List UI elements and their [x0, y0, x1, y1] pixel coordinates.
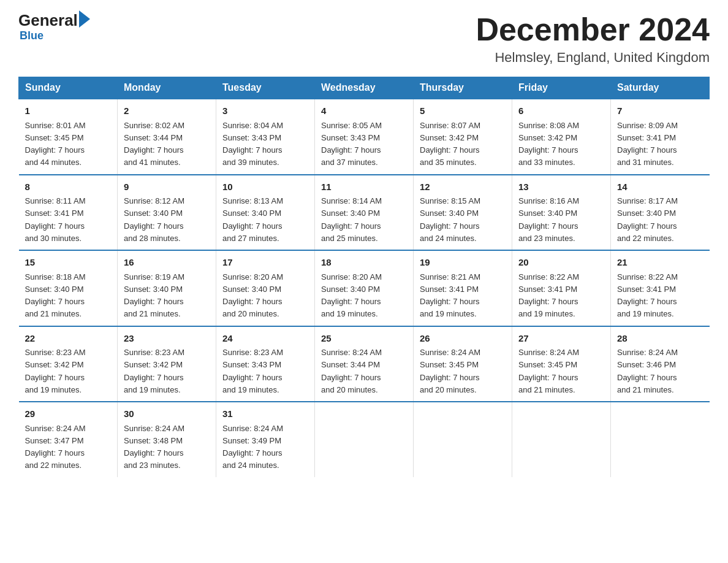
calendar-cell: 31 Sunrise: 8:24 AMSunset: 3:49 PMDaylig…	[216, 402, 315, 477]
day-number: 18	[321, 256, 407, 270]
day-number: 9	[124, 180, 210, 194]
logo-blue: Blue	[20, 29, 44, 42]
day-info: Sunrise: 8:24 AMSunset: 3:44 PMDaylight:…	[321, 348, 382, 394]
calendar-cell: 19 Sunrise: 8:21 AMSunset: 3:41 PMDaylig…	[414, 250, 512, 326]
column-header-thursday: Thursday	[414, 77, 512, 99]
day-number: 13	[518, 180, 604, 194]
day-info: Sunrise: 8:19 AMSunset: 3:40 PMDaylight:…	[124, 272, 184, 319]
logo-text: General	[18, 12, 90, 28]
day-number: 15	[25, 256, 112, 270]
calendar-cell: 28 Sunrise: 8:24 AMSunset: 3:46 PMDaylig…	[611, 326, 710, 402]
day-info: Sunrise: 8:17 AMSunset: 3:40 PMDaylight:…	[617, 196, 678, 243]
day-info: Sunrise: 8:12 AMSunset: 3:40 PMDaylight:…	[124, 196, 184, 243]
day-number: 30	[124, 407, 210, 421]
day-number: 28	[617, 332, 703, 346]
calendar-cell: 4 Sunrise: 8:05 AMSunset: 3:43 PMDayligh…	[315, 99, 414, 175]
calendar-cell: 10 Sunrise: 8:13 AMSunset: 3:40 PMDaylig…	[216, 175, 315, 251]
logo-general: General	[18, 12, 78, 28]
calendar-cell	[512, 402, 611, 477]
day-info: Sunrise: 8:01 AMSunset: 3:45 PMDaylight:…	[25, 121, 86, 167]
calendar-cell	[315, 402, 414, 477]
column-header-monday: Monday	[118, 77, 216, 99]
day-number: 4	[321, 104, 407, 118]
day-info: Sunrise: 8:23 AMSunset: 3:42 PMDaylight:…	[25, 348, 86, 394]
calendar-cell	[611, 402, 710, 477]
calendar-cell: 5 Sunrise: 8:07 AMSunset: 3:42 PMDayligh…	[414, 99, 512, 175]
calendar-cell: 17 Sunrise: 8:20 AMSunset: 3:40 PMDaylig…	[216, 250, 315, 326]
calendar-cell: 24 Sunrise: 8:23 AMSunset: 3:43 PMDaylig…	[216, 326, 315, 402]
page-subtitle: Helmsley, England, United Kingdom	[476, 50, 710, 66]
calendar-week-row: 15 Sunrise: 8:18 AMSunset: 3:40 PMDaylig…	[19, 250, 710, 326]
calendar-week-row: 22 Sunrise: 8:23 AMSunset: 3:42 PMDaylig…	[19, 326, 710, 402]
column-header-wednesday: Wednesday	[315, 77, 414, 99]
day-number: 7	[617, 104, 703, 118]
day-number: 14	[617, 180, 703, 194]
page-title: December 2024	[476, 12, 710, 47]
day-number: 26	[420, 332, 506, 346]
calendar-cell: 20 Sunrise: 8:22 AMSunset: 3:41 PMDaylig…	[512, 250, 611, 326]
day-info: Sunrise: 8:02 AMSunset: 3:44 PMDaylight:…	[124, 121, 184, 167]
calendar-week-row: 1 Sunrise: 8:01 AMSunset: 3:45 PMDayligh…	[19, 99, 710, 175]
calendar-cell: 11 Sunrise: 8:14 AMSunset: 3:40 PMDaylig…	[315, 175, 414, 251]
day-number: 6	[518, 104, 604, 118]
day-info: Sunrise: 8:13 AMSunset: 3:40 PMDaylight:…	[222, 196, 283, 243]
day-number: 21	[617, 256, 703, 270]
page-header: General Blue December 2024 Helmsley, Eng…	[18, 12, 710, 66]
day-number: 16	[124, 256, 210, 270]
day-info: Sunrise: 8:24 AMSunset: 3:49 PMDaylight:…	[222, 424, 283, 470]
day-info: Sunrise: 8:16 AMSunset: 3:40 PMDaylight:…	[518, 196, 579, 243]
day-info: Sunrise: 8:23 AMSunset: 3:43 PMDaylight:…	[222, 348, 283, 394]
day-info: Sunrise: 8:09 AMSunset: 3:41 PMDaylight:…	[617, 121, 678, 167]
day-number: 3	[222, 104, 308, 118]
calendar-cell: 6 Sunrise: 8:08 AMSunset: 3:42 PMDayligh…	[512, 99, 611, 175]
calendar-cell: 2 Sunrise: 8:02 AMSunset: 3:44 PMDayligh…	[118, 99, 216, 175]
calendar-cell: 8 Sunrise: 8:11 AMSunset: 3:41 PMDayligh…	[19, 175, 118, 251]
calendar-cell: 12 Sunrise: 8:15 AMSunset: 3:40 PMDaylig…	[414, 175, 512, 251]
day-info: Sunrise: 8:18 AMSunset: 3:40 PMDaylight:…	[25, 272, 86, 319]
calendar-cell: 30 Sunrise: 8:24 AMSunset: 3:48 PMDaylig…	[118, 402, 216, 477]
day-info: Sunrise: 8:15 AMSunset: 3:40 PMDaylight:…	[420, 196, 480, 243]
calendar-week-row: 29 Sunrise: 8:24 AMSunset: 3:47 PMDaylig…	[19, 402, 710, 477]
calendar-cell: 18 Sunrise: 8:20 AMSunset: 3:40 PMDaylig…	[315, 250, 414, 326]
day-number: 29	[25, 407, 112, 421]
day-info: Sunrise: 8:24 AMSunset: 3:48 PMDaylight:…	[124, 424, 184, 470]
day-info: Sunrise: 8:22 AMSunset: 3:41 PMDaylight:…	[518, 272, 579, 319]
day-number: 23	[124, 332, 210, 346]
day-info: Sunrise: 8:20 AMSunset: 3:40 PMDaylight:…	[321, 272, 382, 319]
day-number: 1	[25, 104, 112, 118]
calendar-cell: 14 Sunrise: 8:17 AMSunset: 3:40 PMDaylig…	[611, 175, 710, 251]
column-header-sunday: Sunday	[19, 77, 118, 99]
day-number: 2	[124, 104, 210, 118]
day-number: 22	[25, 332, 112, 346]
title-area: December 2024 Helmsley, England, United …	[476, 12, 710, 66]
logo-arrow-icon	[79, 10, 90, 28]
day-number: 11	[321, 180, 407, 194]
day-number: 5	[420, 104, 506, 118]
calendar-cell: 22 Sunrise: 8:23 AMSunset: 3:42 PMDaylig…	[19, 326, 118, 402]
day-info: Sunrise: 8:04 AMSunset: 3:43 PMDaylight:…	[222, 121, 283, 167]
day-info: Sunrise: 8:22 AMSunset: 3:41 PMDaylight:…	[617, 272, 678, 319]
calendar-cell: 13 Sunrise: 8:16 AMSunset: 3:40 PMDaylig…	[512, 175, 611, 251]
logo: General Blue	[18, 12, 90, 42]
calendar-cell: 27 Sunrise: 8:24 AMSunset: 3:45 PMDaylig…	[512, 326, 611, 402]
calendar-week-row: 8 Sunrise: 8:11 AMSunset: 3:41 PMDayligh…	[19, 175, 710, 251]
calendar-cell: 15 Sunrise: 8:18 AMSunset: 3:40 PMDaylig…	[19, 250, 118, 326]
day-info: Sunrise: 8:23 AMSunset: 3:42 PMDaylight:…	[124, 348, 184, 394]
column-header-friday: Friday	[512, 77, 611, 99]
day-info: Sunrise: 8:05 AMSunset: 3:43 PMDaylight:…	[321, 121, 382, 167]
day-info: Sunrise: 8:24 AMSunset: 3:47 PMDaylight:…	[25, 424, 86, 470]
calendar-cell: 9 Sunrise: 8:12 AMSunset: 3:40 PMDayligh…	[118, 175, 216, 251]
calendar-header-row: SundayMondayTuesdayWednesdayThursdayFrid…	[19, 77, 710, 99]
calendar-cell: 29 Sunrise: 8:24 AMSunset: 3:47 PMDaylig…	[19, 402, 118, 477]
day-number: 24	[222, 332, 308, 346]
day-number: 12	[420, 180, 506, 194]
calendar-cell: 1 Sunrise: 8:01 AMSunset: 3:45 PMDayligh…	[19, 99, 118, 175]
day-info: Sunrise: 8:21 AMSunset: 3:41 PMDaylight:…	[420, 272, 480, 319]
day-info: Sunrise: 8:07 AMSunset: 3:42 PMDaylight:…	[420, 121, 480, 167]
day-number: 25	[321, 332, 407, 346]
day-info: Sunrise: 8:14 AMSunset: 3:40 PMDaylight:…	[321, 196, 382, 243]
calendar-table: SundayMondayTuesdayWednesdayThursdayFrid…	[18, 77, 710, 477]
column-header-saturday: Saturday	[611, 77, 710, 99]
day-info: Sunrise: 8:11 AMSunset: 3:41 PMDaylight:…	[25, 196, 86, 243]
calendar-cell: 7 Sunrise: 8:09 AMSunset: 3:41 PMDayligh…	[611, 99, 710, 175]
